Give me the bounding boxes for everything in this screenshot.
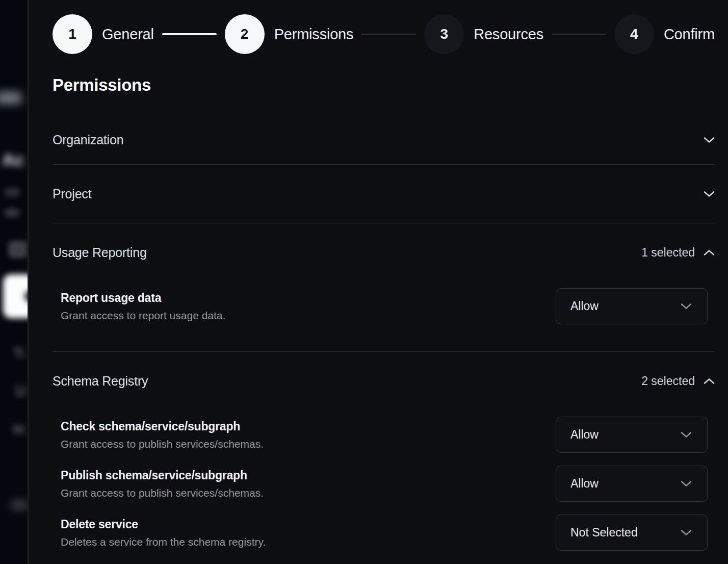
permission-text: Report usage data Grant access to report… bbox=[61, 291, 225, 322]
selected-count: 2 selected bbox=[641, 374, 695, 388]
step-connector bbox=[552, 34, 606, 35]
section-title: Schema Registry bbox=[53, 374, 148, 389]
permissions-sections: Organization Project Usage Reporting 1 s… bbox=[53, 115, 715, 564]
chevron-up-icon bbox=[704, 249, 715, 256]
chevron-down-icon bbox=[681, 431, 692, 438]
select-value: Allow bbox=[570, 428, 599, 442]
blurred-white-card bbox=[3, 274, 28, 318]
section-meta: 1 selected bbox=[641, 246, 715, 260]
permission-items: Report usage data Grant access to report… bbox=[53, 288, 715, 351]
permission-text: Check schema/service/subgraph Grant acce… bbox=[61, 420, 264, 450]
blurred-text-fragment: Ti bbox=[13, 346, 24, 362]
permission-items: Check schema/service/subgraph Grant acce… bbox=[53, 417, 715, 564]
chevron-down-icon bbox=[681, 303, 692, 310]
permission-item: Report usage data Grant access to report… bbox=[61, 288, 715, 324]
section-header-organization[interactable]: Organization bbox=[53, 115, 715, 164]
section-organization: Organization bbox=[53, 115, 715, 165]
section-header-usage-reporting[interactable]: Usage Reporting 1 selected bbox=[53, 223, 715, 281]
step-general[interactable]: 1 General bbox=[53, 14, 154, 54]
step-confirm[interactable]: 4 Confirm bbox=[614, 14, 715, 54]
section-schema-registry: Schema Registry 2 selected Check schema/… bbox=[53, 352, 715, 564]
step-number: 1 bbox=[53, 14, 92, 54]
chevron-down-icon bbox=[681, 480, 692, 487]
blurred-blob bbox=[0, 92, 21, 104]
section-meta bbox=[704, 191, 715, 197]
selected-count: 1 selected bbox=[641, 246, 695, 260]
blurred-text-fragment: H bbox=[13, 421, 24, 438]
permission-title: Check schema/service/subgraph bbox=[61, 420, 264, 433]
chevron-up-icon bbox=[704, 378, 715, 384]
section-title: Organization bbox=[53, 133, 123, 147]
section-header-schema-registry[interactable]: Schema Registry 2 selected bbox=[53, 352, 715, 410]
permission-title: Delete service bbox=[61, 518, 266, 531]
section-meta bbox=[704, 137, 715, 143]
permission-item: Publish schema/service/subgraph Grant ac… bbox=[61, 466, 715, 502]
permission-description: Deletes a service from the schema regist… bbox=[61, 536, 266, 548]
check-schema-service-subgraph-select[interactable]: Allow bbox=[556, 417, 708, 453]
blurred-text-fragment: as bbox=[5, 204, 19, 220]
section-title: Project bbox=[53, 187, 91, 201]
section-usage-reporting: Usage Reporting 1 selected Report usage … bbox=[53, 223, 715, 352]
permission-title: Publish schema/service/subgraph bbox=[61, 469, 264, 482]
step-permissions[interactable]: 2 Permissions bbox=[225, 14, 354, 54]
background-app-sidebar: Ac co as Ti U H bbox=[0, 0, 28, 564]
create-wizard-panel: 1 General 2 Permissions 3 Resources 4 Co… bbox=[28, 0, 728, 564]
section-meta: 2 selected bbox=[641, 374, 715, 388]
permission-description: Grant access to publish services/schemas… bbox=[61, 438, 264, 450]
step-connector bbox=[162, 33, 217, 35]
blurred-text-fragment: co bbox=[5, 184, 19, 199]
step-label: Resources bbox=[474, 26, 543, 43]
chevron-down-icon bbox=[704, 191, 715, 197]
select-value: Not Selected bbox=[570, 526, 638, 540]
permission-item: Delete service Deletes a service from th… bbox=[61, 515, 715, 551]
step-label: General bbox=[102, 26, 154, 43]
step-number: 2 bbox=[225, 14, 265, 54]
section-header-project[interactable]: Project bbox=[53, 165, 715, 223]
permission-item: Check schema/service/subgraph Grant acce… bbox=[61, 417, 715, 453]
permission-description: Grant access to publish services/schemas… bbox=[61, 487, 264, 499]
blurred-blob bbox=[11, 501, 28, 509]
select-value: Allow bbox=[570, 299, 599, 313]
permission-description: Grant access to report usage data. bbox=[61, 310, 225, 322]
page-title: Permissions bbox=[53, 75, 715, 95]
section-title: Usage Reporting bbox=[53, 245, 147, 260]
chevron-down-icon bbox=[704, 137, 715, 143]
publish-schema-service-subgraph-select[interactable]: Allow bbox=[556, 466, 708, 502]
step-label: Confirm bbox=[664, 26, 715, 43]
wizard-stepper: 1 General 2 Permissions 3 Resources 4 Co… bbox=[53, 14, 715, 54]
permission-text: Publish schema/service/subgraph Grant ac… bbox=[61, 469, 264, 499]
permission-text: Delete service Deletes a service from th… bbox=[61, 518, 266, 548]
step-label: Permissions bbox=[274, 26, 354, 43]
delete-service-select[interactable]: Not Selected bbox=[556, 515, 708, 551]
step-connector bbox=[361, 34, 416, 35]
blurred-text-fragment: U bbox=[15, 382, 26, 399]
blurred-icon bbox=[8, 241, 28, 258]
select-value: Allow bbox=[570, 477, 599, 491]
step-resources[interactable]: 3 Resources bbox=[424, 14, 543, 54]
report-usage-data-select[interactable]: Allow bbox=[556, 288, 708, 324]
permission-title: Report usage data bbox=[61, 291, 225, 305]
section-project: Project bbox=[53, 165, 715, 223]
chevron-down-icon bbox=[681, 529, 692, 536]
step-number: 4 bbox=[614, 14, 654, 54]
step-number: 3 bbox=[424, 14, 464, 54]
blurred-text-fragment: Ac bbox=[2, 150, 24, 170]
